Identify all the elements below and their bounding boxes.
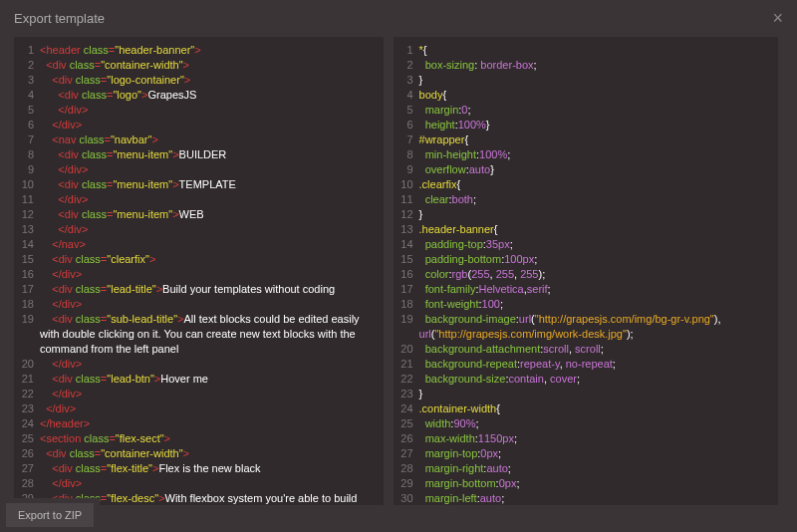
code-line: 18 </div> — [14, 297, 384, 312]
modal-header: Export template × — [0, 0, 797, 37]
code-line: 23 </div> — [14, 401, 384, 416]
line-number: 13 — [394, 222, 419, 237]
line-content: color:rgb(255, 255, 255); — [419, 267, 552, 282]
line-number: 24 — [394, 401, 419, 416]
line-content: padding-bottom:100px; — [419, 252, 544, 267]
code-line: 17 <div class="lead-title">Build your te… — [14, 282, 384, 297]
line-content: <header class="header-banner"> — [40, 43, 207, 58]
line-number: 25 — [14, 431, 40, 446]
line-content: font-weight:100; — [419, 297, 509, 312]
line-content: </div> — [40, 192, 94, 207]
line-content: </div> — [40, 267, 88, 282]
line-content: </div> — [40, 162, 94, 177]
line-content: } — [419, 387, 429, 401]
code-line: 5 </div> — [14, 103, 384, 118]
line-number: 28 — [394, 461, 419, 476]
code-line: 14 padding-top:35px; — [394, 237, 778, 252]
code-line: 28 </div> — [14, 476, 384, 491]
html-code-pane[interactable]: 1<header class="header-banner">2 <div cl… — [14, 37, 384, 505]
line-number: 2 — [14, 58, 40, 73]
line-content: <div class="logo">GrapesJS — [40, 88, 202, 103]
code-line: 6 height:100%} — [394, 118, 778, 133]
line-content: <div class="menu-item">WEB — [40, 207, 210, 222]
line-content: <section class="flex-sect"> — [40, 431, 176, 446]
code-line: 29 margin-bottom:0px; — [394, 476, 778, 491]
css-code-pane[interactable]: 1*{2 box-sizing: border-box;3}4body{5 ma… — [394, 37, 778, 505]
code-line: 12} — [394, 207, 778, 222]
line-number: 16 — [14, 267, 40, 282]
code-line: 2 <div class="container-width"> — [14, 58, 384, 73]
line-content: </div> — [40, 222, 94, 237]
line-content: body{ — [419, 88, 453, 103]
line-content: box-sizing: border-box; — [419, 58, 543, 73]
code-line: 6 </div> — [14, 118, 384, 133]
line-number: 24 — [14, 416, 40, 431]
line-number: 7 — [14, 133, 40, 147]
line-number: 20 — [14, 357, 40, 372]
line-content: <div class="sub-lead-title">All text blo… — [40, 312, 384, 357]
code-line: 24.container-width{ — [394, 401, 778, 416]
line-number: 10 — [14, 177, 40, 192]
line-number: 25 — [394, 416, 419, 431]
line-number: 12 — [394, 207, 419, 222]
line-number: 9 — [14, 162, 40, 177]
line-number: 14 — [394, 237, 419, 252]
code-line: 24</header> — [14, 416, 384, 431]
code-line: 4 <div class="logo">GrapesJS — [14, 88, 384, 103]
line-number: 9 — [394, 162, 419, 177]
line-number: 23 — [394, 387, 419, 401]
line-content: margin-left:auto; — [419, 491, 511, 505]
line-number: 19 — [394, 312, 419, 342]
line-content: overflow:auto} — [419, 162, 500, 177]
line-content: .container-width{ — [419, 401, 506, 416]
line-number: 28 — [14, 476, 40, 491]
code-line: 10 <div class="menu-item">TEMPLATE — [14, 177, 384, 192]
line-number: 27 — [14, 461, 40, 476]
code-line: 20 background-attachment:scroll, scroll; — [394, 342, 778, 357]
code-line: 30 margin-left:auto; — [394, 491, 778, 505]
code-line: 10.clearfix{ — [394, 177, 778, 192]
code-line: 13.header-banner{ — [394, 222, 778, 237]
line-content: height:100%} — [419, 118, 496, 133]
line-number: 4 — [394, 88, 419, 103]
export-zip-button[interactable]: Export to ZIP — [6, 503, 94, 527]
code-line: 11 </div> — [14, 192, 384, 207]
code-line: 17 font-family:Helvetica,serif; — [394, 282, 778, 297]
line-content: <div class="container-width"> — [40, 58, 195, 73]
line-content: </header> — [40, 416, 96, 431]
line-content: min-height:100%; — [419, 147, 517, 162]
line-number: 26 — [394, 431, 419, 446]
line-number: 5 — [14, 103, 40, 118]
code-line: 7 <nav class="navbar"> — [14, 133, 384, 147]
code-line: 26 max-width:1150px; — [394, 431, 778, 446]
code-line: 3 <div class="logo-container"> — [14, 73, 384, 88]
line-content: </div> — [40, 103, 94, 118]
line-number: 3 — [14, 73, 40, 88]
code-line: 21 <div class="lead-btn">Hover me — [14, 372, 384, 387]
line-content: </div> — [40, 357, 88, 372]
line-number: 10 — [394, 177, 419, 192]
code-line: 7#wrapper{ — [394, 133, 778, 147]
line-number: 18 — [14, 297, 40, 312]
modal-footer: Export to ZIP — [0, 498, 100, 532]
code-line: 11 clear:both; — [394, 192, 778, 207]
line-number: 1 — [14, 43, 40, 58]
line-number: 21 — [394, 357, 419, 372]
line-content: <div class="menu-item">TEMPLATE — [40, 177, 242, 192]
line-content: background-attachment:scroll, scroll; — [419, 342, 610, 357]
line-content: font-family:Helvetica,serif; — [419, 282, 557, 297]
line-content: background-size:contain, cover; — [419, 372, 586, 387]
code-line: 8 <div class="menu-item">BUILDER — [14, 147, 384, 162]
code-line: 23} — [394, 387, 778, 401]
line-number: 21 — [14, 372, 40, 387]
line-number: 27 — [394, 446, 419, 461]
line-content: margin-top:0px; — [419, 446, 508, 461]
code-line: 18 font-weight:100; — [394, 297, 778, 312]
line-number: 20 — [394, 342, 419, 357]
line-content: </div> — [40, 297, 88, 312]
line-number: 26 — [14, 446, 40, 461]
close-icon[interactable]: × — [772, 8, 783, 29]
line-number: 6 — [394, 118, 419, 133]
line-number: 5 — [394, 103, 419, 118]
line-number: 13 — [14, 222, 40, 237]
